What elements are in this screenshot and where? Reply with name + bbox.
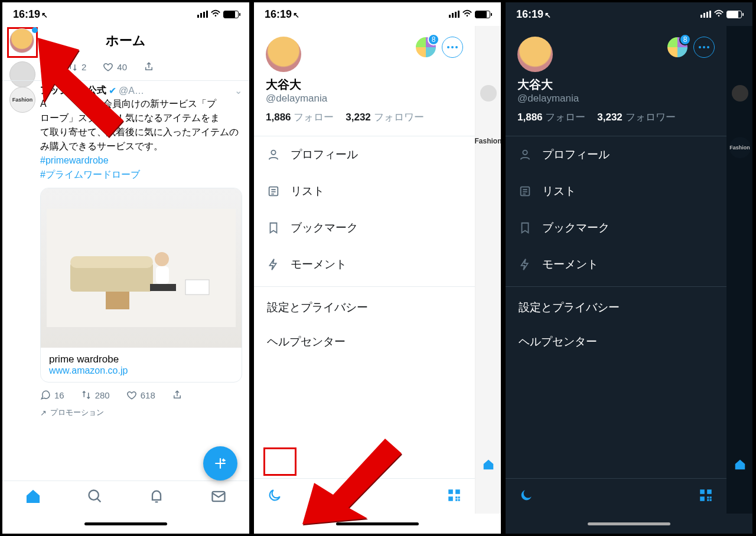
screenshot-2-drawer-light: 16:19↖ 8 大谷大 @delaymania 1,886 フォロー 3,23… [252, 0, 503, 536]
profile-avatar[interactable] [517, 37, 553, 72]
following-stat[interactable]: 1,886 フォロー [266, 110, 334, 124]
promoted-label: ↗プロモーション [40, 407, 242, 418]
menu-item-profile[interactable]: プロフィール [254, 136, 475, 173]
menu-item-settings[interactable]: 設定とプライバシー [254, 290, 475, 325]
svg-rect-30 [710, 496, 712, 498]
svg-rect-21 [458, 499, 460, 501]
svg-rect-7 [150, 284, 176, 291]
menu-item-moments[interactable]: モーメント [506, 246, 726, 283]
menu-item-help[interactable]: ヘルプセンター [506, 325, 726, 359]
reply-button[interactable]: 16 [40, 390, 64, 400]
home-indicator [506, 514, 752, 534]
location-icon: ↖ [41, 11, 48, 19]
link-card[interactable]: prime wardrobe www.amazon.co.jp [40, 188, 242, 383]
svg-marker-22 [302, 439, 402, 524]
username-handle[interactable]: @delaymania [266, 93, 463, 104]
menu-item-profile[interactable]: プロフィール [506, 136, 726, 173]
menu-item-bookmark[interactable]: ブックマーク [506, 210, 726, 246]
share-button[interactable] [172, 390, 183, 400]
home-indicator [2, 514, 249, 534]
profile-avatar[interactable] [266, 37, 301, 72]
drawer-footer [506, 478, 726, 514]
annotation-arrow-icon [38, 38, 132, 144]
signal-icon [197, 11, 208, 18]
compose-tweet-button[interactable] [203, 446, 237, 481]
tab-messages[interactable] [210, 488, 227, 507]
display-name[interactable]: 大谷大 [266, 77, 463, 93]
more-accounts-button[interactable] [442, 37, 463, 58]
tab-notifications[interactable] [148, 488, 165, 507]
svg-point-23 [718, 15, 720, 17]
svg-rect-15 [448, 489, 453, 494]
svg-marker-11 [38, 38, 123, 137]
card-url: www.amazon.co.jp [49, 365, 233, 376]
following-stat[interactable]: 1,886 フォロー [517, 110, 585, 124]
tweet-avatar[interactable]: Fashion [9, 87, 35, 113]
svg-rect-6 [156, 266, 169, 284]
status-bar: 16:19↖ [506, 2, 752, 26]
svg-rect-20 [455, 499, 457, 501]
status-bar: 16:19↖ [2, 2, 249, 26]
share-button[interactable] [144, 61, 154, 72]
svg-point-12 [467, 15, 468, 17]
screenshot-3-drawer-dark: 16:19↖ 8 大谷大 @delaymania 1,886 フォロー 3,23… [503, 0, 755, 536]
screenshot-1-timeline: 16:19↖ ホーム 2 40 Fashion アッション公式 ✔ [0, 0, 252, 536]
svg-rect-3 [70, 256, 153, 268]
svg-point-24 [523, 151, 527, 155]
svg-rect-4 [106, 292, 129, 309]
svg-rect-31 [707, 499, 709, 501]
svg-rect-27 [707, 489, 712, 494]
menu-item-list[interactable]: リスト [506, 173, 726, 210]
drawer-header: 8 大谷大 @delaymania 1,886 フォロー 3,232 フォロワー [254, 26, 475, 130]
svg-rect-17 [448, 496, 453, 501]
svg-rect-26 [700, 489, 705, 494]
card-title: prime wardrobe [49, 354, 233, 365]
menu-item-moments[interactable]: モーメント [254, 246, 475, 283]
profile-avatar-button[interactable] [9, 28, 34, 53]
account-badge: 8 [428, 34, 439, 45]
night-mode-button[interactable] [267, 488, 282, 505]
tab-home[interactable] [25, 488, 41, 507]
more-accounts-button[interactable] [693, 37, 715, 58]
retweet-button[interactable]: 280 [81, 390, 110, 400]
qr-code-button[interactable] [698, 488, 713, 505]
background-timeline-strip: Fashion [475, 26, 501, 514]
background-timeline-strip: Fashion [726, 26, 752, 514]
night-mode-button[interactable] [519, 488, 534, 505]
tab-search[interactable] [87, 488, 103, 507]
svg-rect-8 [185, 280, 209, 295]
menu-item-settings[interactable]: 設定とプライバシー [506, 290, 726, 325]
menu-item-list[interactable]: リスト [254, 173, 475, 210]
svg-rect-28 [700, 496, 705, 501]
account-badge: 8 [679, 34, 691, 45]
svg-point-13 [271, 151, 275, 155]
drawer-header: 8 大谷大 @delaymania 1,886 フォロー 3,232 フォロワー [506, 26, 726, 130]
svg-point-9 [89, 490, 98, 499]
svg-rect-16 [455, 489, 460, 494]
svg-rect-32 [710, 499, 712, 501]
followers-stat[interactable]: 3,232 フォロワー [597, 110, 675, 124]
menu-item-bookmark[interactable]: ブックマーク [254, 210, 475, 246]
svg-point-0 [215, 15, 217, 17]
account-switch-avatar[interactable]: 8 [416, 37, 436, 57]
tab-bar [2, 481, 249, 514]
clock-label: 16:19↖ [13, 8, 48, 21]
display-name[interactable]: 大谷大 [517, 77, 715, 93]
svg-rect-19 [458, 496, 460, 498]
battery-icon [223, 11, 239, 18]
username-handle[interactable]: @delaymania [517, 93, 715, 104]
status-bar: 16:19↖ [254, 2, 501, 26]
qr-code-button[interactable] [447, 488, 462, 505]
tweet-caret[interactable]: ⌄ [234, 85, 242, 96]
svg-rect-18 [455, 496, 457, 498]
followers-stat[interactable]: 3,232 フォロワー [346, 110, 423, 124]
account-switch-avatar[interactable]: 8 [667, 37, 687, 57]
hashtag-link[interactable]: #primewardrobe [40, 155, 109, 165]
hashtag-link[interactable]: #プライムワードローブ [40, 169, 140, 179]
annotation-arrow-icon [302, 430, 409, 524]
wifi-icon [210, 9, 221, 19]
svg-rect-29 [707, 496, 709, 498]
svg-point-5 [155, 252, 169, 266]
menu-item-help[interactable]: ヘルプセンター [254, 325, 475, 359]
like-button[interactable]: 618 [126, 390, 155, 400]
